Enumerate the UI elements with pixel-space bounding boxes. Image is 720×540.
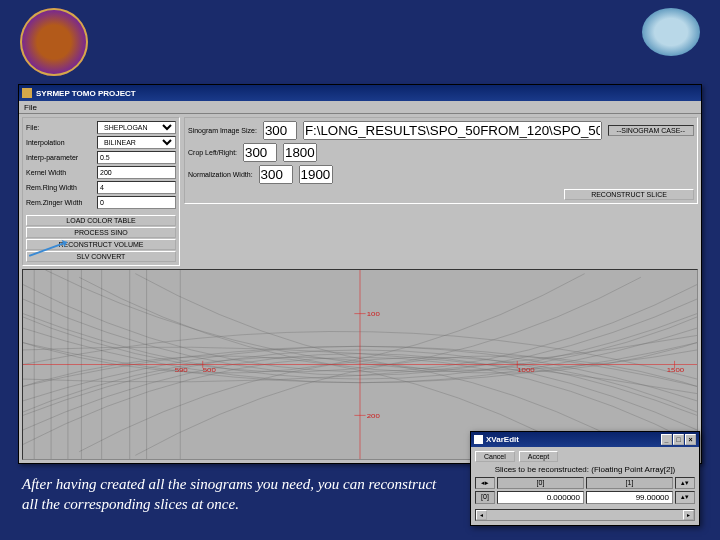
label-kernel: Kernel Width (26, 169, 94, 176)
col-header-1: [1] (586, 477, 673, 489)
label-norm: Normalization Width: (188, 171, 253, 178)
label-interp-param: Interp-parameter (26, 154, 94, 161)
norm-left-input[interactable] (259, 165, 293, 184)
interp-param-input[interactable] (97, 151, 176, 164)
label-crop: Crop Left/Right: (188, 149, 237, 156)
row-spinner[interactable]: ▴▾ (675, 491, 695, 504)
path-input[interactable] (303, 121, 602, 140)
scroll-left-icon[interactable]: ◂ (476, 510, 487, 520)
center-panel: Sinogram Image Size: --SINOGRAM CASE-- C… (184, 117, 698, 204)
scroll-right-icon[interactable]: ▸ (683, 510, 694, 520)
label-sino-size: Sinogram Image Size: (188, 127, 257, 134)
xvar-grid: ◂▸ [0] [1] ▴▾ [0] 0.000000 99.00000 ▴▾ (475, 477, 695, 504)
xvar-caption: Slices to be reconstructed: (Floating Po… (475, 465, 695, 474)
menu-bar: File (19, 101, 701, 114)
label-remring: Rem.Ring Width (26, 184, 94, 191)
axis-x3-label: 1500 (667, 367, 685, 372)
xvar-title-text: XVarEdit (486, 435, 519, 444)
cell-0-1[interactable]: 99.00000 (586, 491, 673, 504)
xvar-title-bar[interactable]: XVarEdit _ □ × (471, 432, 699, 447)
cancel-button[interactable]: Cancel (475, 451, 515, 462)
label-remzinger: Rem.Zinger Width (26, 199, 94, 206)
axis-y1-label: 100 (367, 311, 380, 316)
xvar-hscrollbar[interactable]: ◂ ▸ (475, 509, 695, 521)
minimize-icon[interactable]: _ (661, 434, 672, 445)
window-title: SYRMEP TOMO PROJECT (36, 89, 136, 98)
kernel-width-input[interactable] (97, 166, 176, 179)
axis-x2-label: 1000 (517, 367, 535, 372)
axis-x1-label: 500 (203, 367, 216, 372)
close-icon[interactable]: × (685, 434, 696, 445)
remzinger-width-input[interactable] (97, 196, 176, 209)
title-bar[interactable]: SYRMEP TOMO PROJECT (19, 85, 701, 101)
file-panel: File: SHEPLOGAN Interpolation BILINEAR I… (22, 117, 180, 266)
process-sino-button[interactable]: PROCESS SINO (26, 227, 176, 238)
accept-button[interactable]: Accept (519, 451, 558, 462)
axis-y2-label: 200 (367, 413, 380, 418)
col-spinner-right[interactable]: ▴▾ (675, 477, 695, 489)
xvaredit-window: XVarEdit _ □ × Cancel Accept Slices to b… (470, 431, 700, 526)
file-select[interactable]: SHEPLOGAN (97, 121, 176, 134)
crop-left-input[interactable] (243, 143, 277, 162)
label-interp: Interpolation (26, 139, 94, 146)
crop-right-input[interactable] (283, 143, 317, 162)
syrmep-tomo-window: SYRMEP TOMO PROJECT File File: SHEPLOGAN… (18, 84, 702, 464)
interp-select[interactable]: BILINEAR (97, 136, 176, 149)
remring-width-input[interactable] (97, 181, 176, 194)
content-area: File: SHEPLOGAN Interpolation BILINEAR I… (19, 114, 701, 463)
xvar-app-icon (474, 435, 483, 444)
load-color-table-button[interactable]: LOAD COLOR TABLE (26, 215, 176, 226)
case-label: --SINOGRAM CASE-- (608, 125, 694, 136)
row-header-0: [0] (475, 491, 495, 504)
cell-0-0[interactable]: 0.000000 (497, 491, 584, 504)
label-file: File: (26, 124, 94, 131)
norm-right-input[interactable] (299, 165, 333, 184)
reconstruct-slice-button[interactable]: RECONSTRUCT SLICE (564, 189, 694, 200)
sino-size-input[interactable] (263, 121, 297, 140)
col-header-0: [0] (497, 477, 584, 489)
slide-caption: After having created all the sinograms y… (22, 475, 442, 514)
elettra-logo (642, 8, 700, 56)
app-icon (22, 88, 32, 98)
col-spinner-left[interactable]: ◂▸ (475, 477, 495, 489)
maximize-icon[interactable]: □ (673, 434, 684, 445)
menu-file[interactable]: File (24, 103, 37, 112)
slv-convert-button[interactable]: SLV CONVERT (26, 251, 176, 262)
axis-mid-label: 590 (175, 367, 188, 372)
university-seal-logo (20, 8, 88, 76)
